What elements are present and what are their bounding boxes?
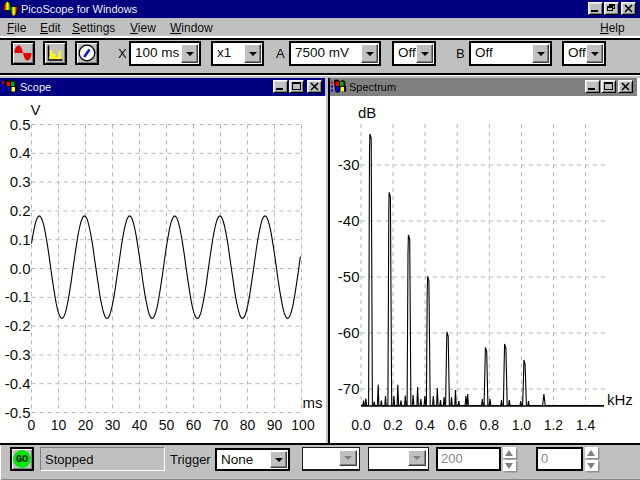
svg-text:ms: ms	[303, 394, 323, 411]
svg-text:0.5: 0.5	[10, 116, 31, 133]
svg-text:-0.1: -0.1	[5, 288, 31, 305]
svg-text:100: 100	[291, 417, 315, 433]
svg-text:-60: -60	[338, 324, 360, 341]
svg-text:0.2: 0.2	[10, 202, 31, 219]
svg-text:-30: -30	[338, 156, 360, 173]
svg-text:0.6: 0.6	[447, 417, 467, 433]
svg-text:0.8: 0.8	[480, 417, 500, 433]
svg-text:30: 30	[105, 417, 121, 433]
svg-text:-50: -50	[338, 268, 360, 285]
svg-text:20: 20	[78, 417, 94, 433]
svg-text:1.4: 1.4	[576, 417, 596, 433]
svg-text:0.4: 0.4	[10, 144, 31, 161]
svg-text:0.0: 0.0	[351, 417, 371, 433]
svg-text:-40: -40	[338, 212, 360, 229]
svg-text:70: 70	[213, 417, 229, 433]
svg-text:-0.3: -0.3	[5, 346, 31, 363]
svg-text:V: V	[31, 101, 41, 118]
svg-text:10: 10	[51, 417, 67, 433]
svg-text:80: 80	[240, 417, 256, 433]
svg-text:0.3: 0.3	[10, 173, 31, 190]
svg-text:0.4: 0.4	[415, 417, 435, 433]
svg-text:1.0: 1.0	[512, 417, 532, 433]
svg-text:dB: dB	[358, 104, 376, 121]
svg-text:-0.2: -0.2	[5, 317, 31, 334]
svg-text:60: 60	[186, 417, 202, 433]
svg-text:0: 0	[28, 417, 36, 433]
svg-text:-0.4: -0.4	[5, 375, 31, 392]
svg-text:0.2: 0.2	[383, 417, 403, 433]
svg-text:1.2: 1.2	[544, 417, 564, 433]
svg-text:0.0: 0.0	[10, 260, 31, 277]
svg-text:0.1: 0.1	[10, 231, 31, 248]
svg-text:-70: -70	[338, 380, 360, 397]
svg-text:40: 40	[132, 417, 148, 433]
svg-text:50: 50	[159, 417, 175, 433]
svg-text:kHz: kHz	[607, 391, 633, 408]
svg-text:90: 90	[267, 417, 283, 433]
